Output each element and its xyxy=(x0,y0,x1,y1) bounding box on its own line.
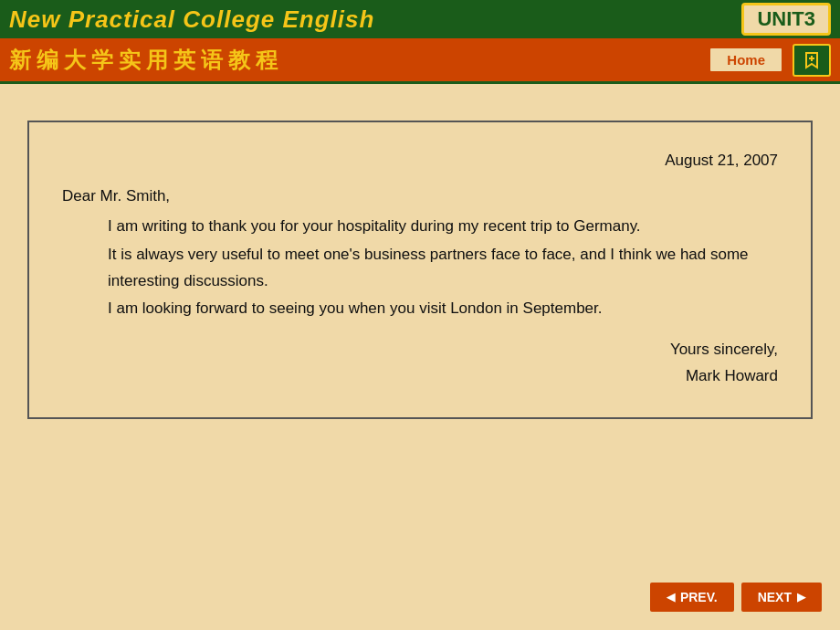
header-top-bar: New Practical College English UNIT3 xyxy=(0,0,840,38)
app-title: New Practical College English xyxy=(9,5,374,34)
letter-closing: Yours sincerely, Mark Howard xyxy=(62,337,778,390)
next-button[interactable]: NEXT ▶ xyxy=(741,583,822,612)
bookmark-icon-button[interactable] xyxy=(793,44,831,77)
next-arrow-icon: ▶ xyxy=(797,591,805,604)
letter-closing-line1: Yours sincerely, xyxy=(62,337,778,363)
main-content-area: August 21, 2007 Dear Mr. Smith, I am wri… xyxy=(0,84,840,446)
letter-paragraph-3: I am looking forward to seeing you when … xyxy=(108,296,778,322)
header-nav: Home xyxy=(709,44,831,77)
header-bottom-bar: 新编大学实用英语教程 Home xyxy=(0,38,840,84)
letter-paragraph-2: It is always very useful to meet one's b… xyxy=(108,242,778,295)
letter-paragraph-1: I am writing to thank you for your hospi… xyxy=(108,214,778,240)
prev-button[interactable]: ◀ PREV. xyxy=(650,583,734,612)
unit-badge: UNIT3 xyxy=(741,3,831,36)
letter-container: August 21, 2007 Dear Mr. Smith, I am wri… xyxy=(27,121,813,419)
letter-salutation: Dear Mr. Smith, xyxy=(62,184,778,210)
letter-closing-line2: Mark Howard xyxy=(62,363,778,390)
next-label: NEXT xyxy=(758,590,792,604)
letter-body: I am writing to thank you for your hospi… xyxy=(108,214,778,323)
home-button[interactable]: Home xyxy=(709,47,783,73)
prev-arrow-icon: ◀ xyxy=(667,591,675,604)
prev-label: PREV. xyxy=(680,590,718,604)
chinese-title: 新编大学实用英语教程 xyxy=(9,46,283,75)
bottom-navigation: ◀ PREV. NEXT ▶ xyxy=(650,583,822,612)
bookmark-icon xyxy=(801,49,823,71)
letter-date: August 21, 2007 xyxy=(62,148,778,174)
